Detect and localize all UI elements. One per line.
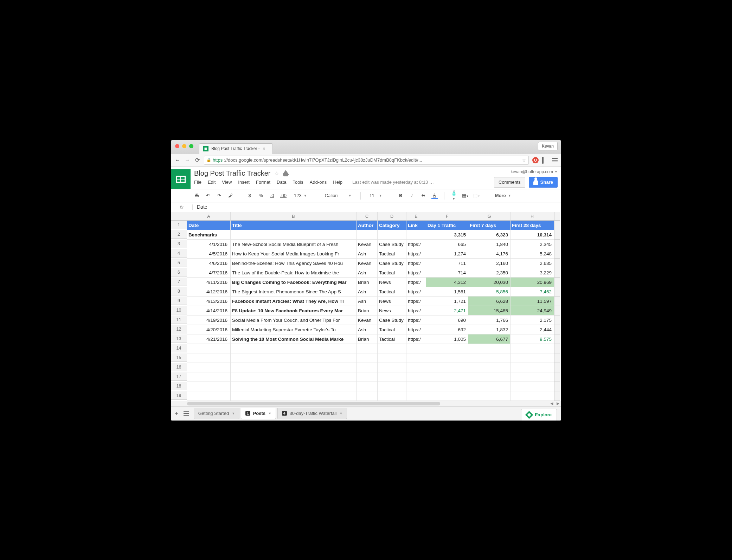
sheet-tab[interactable]: 1Posts▼	[241, 408, 276, 419]
cell[interactable]: 6,628	[468, 297, 511, 306]
cell[interactable]: Ash	[357, 325, 378, 334]
cell[interactable]	[357, 372, 378, 382]
cell[interactable]	[426, 391, 468, 401]
cell[interactable]: First 28 days	[511, 221, 554, 230]
text-color-button[interactable]: A	[431, 193, 438, 199]
cell[interactable]: The Law of the Double-Peak: How to Maxim…	[231, 268, 357, 278]
cell[interactable]: Case Study	[378, 240, 406, 249]
strike-button[interactable]: S	[420, 193, 426, 198]
cell[interactable]	[187, 353, 231, 363]
row-header[interactable]: 17	[171, 372, 187, 381]
menu-addons[interactable]: Add-ons	[310, 180, 327, 185]
redo-icon[interactable]: ↷	[216, 193, 222, 198]
cell[interactable]	[378, 382, 406, 391]
cell[interactable]: The New-School Social Media Blueprint of…	[231, 240, 357, 249]
cell[interactable]	[231, 372, 357, 382]
cell[interactable]	[426, 353, 468, 363]
cell[interactable]	[378, 372, 406, 382]
cell[interactable]	[187, 344, 231, 353]
cell[interactable]: 10,314	[511, 230, 554, 240]
cell[interactable]: 4/11/2016	[187, 278, 231, 287]
cell[interactable]: Brian	[357, 306, 378, 315]
cell[interactable]	[357, 382, 378, 391]
cell[interactable]	[231, 353, 357, 363]
cell[interactable]	[426, 382, 468, 391]
cell[interactable]	[231, 230, 357, 240]
menu-tools[interactable]: Tools	[293, 180, 303, 185]
back-button[interactable]: ←	[174, 157, 181, 163]
cell[interactable]: 11,597	[511, 297, 554, 306]
cell[interactable]	[357, 344, 378, 353]
cell[interactable]	[231, 344, 357, 353]
cell[interactable]: https:/	[406, 278, 426, 287]
cell[interactable]: 2,175	[511, 315, 554, 325]
font-family-select[interactable]: Calibri▼	[322, 192, 354, 199]
font-size-select[interactable]: 11▼	[367, 192, 385, 199]
document-title[interactable]: Blog Post Traffic Tracker	[194, 169, 271, 177]
cell[interactable]: 3,315	[426, 230, 468, 240]
cell[interactable]: 1,005	[426, 334, 468, 344]
cell[interactable]: 690	[426, 315, 468, 325]
bookmark-icon[interactable]: ☆	[522, 157, 526, 163]
increase-decimal-button[interactable]: .00	[280, 193, 287, 198]
cell[interactable]: https:/	[406, 268, 426, 278]
cell[interactable]: Ash	[357, 249, 378, 259]
cell[interactable]: 1,274	[426, 249, 468, 259]
move-to-drive-icon[interactable]	[283, 170, 289, 176]
cell[interactable]: 1,766	[468, 315, 511, 325]
all-sheets-button[interactable]	[184, 411, 189, 416]
minimize-window-button[interactable]	[182, 144, 186, 148]
cell[interactable]: https:/	[406, 249, 426, 259]
cell[interactable]: 24,949	[511, 306, 554, 315]
percent-button[interactable]: %	[258, 193, 264, 198]
row-header[interactable]: 12	[171, 325, 187, 333]
menu-file[interactable]: File	[194, 180, 201, 185]
cell[interactable]: News	[378, 306, 406, 315]
row-header[interactable]: 1	[171, 221, 187, 229]
cell[interactable]: Case Study	[378, 315, 406, 325]
sheet-tab[interactable]: Getting Started▼	[194, 408, 239, 419]
row-header[interactable]: 2	[171, 230, 187, 239]
cell[interactable]	[187, 363, 231, 372]
cell[interactable]: 4/12/2016	[187, 287, 231, 297]
cell[interactable]	[426, 372, 468, 382]
cell[interactable]: 3,229	[511, 268, 554, 278]
cell[interactable]: 2,471	[426, 306, 468, 315]
cell[interactable]	[406, 372, 426, 382]
cell[interactable]	[187, 382, 231, 391]
cell[interactable]: 1,840	[468, 240, 511, 249]
row-header[interactable]: 5	[171, 259, 187, 267]
cell[interactable]: Brian	[357, 278, 378, 287]
cell[interactable]: https:/	[406, 315, 426, 325]
cell[interactable]: 2,444	[511, 325, 554, 334]
cell[interactable]: Ash	[357, 287, 378, 297]
account-menu[interactable]: kevan@bufferapp.com ▼	[511, 169, 558, 174]
cell[interactable]: Catagory	[378, 221, 406, 230]
column-header[interactable]: C	[357, 212, 378, 221]
merge-button[interactable]: ⬚▼	[473, 193, 480, 198]
print-icon[interactable]: 🖶	[193, 193, 200, 198]
paint-format-icon[interactable]: 🖌	[227, 193, 233, 198]
cell[interactable]	[406, 382, 426, 391]
cell[interactable]: 2,345	[511, 240, 554, 249]
cell[interactable]	[468, 363, 511, 372]
row-header[interactable]: 7	[171, 278, 187, 286]
cell[interactable]: Day 1 Traffic	[426, 221, 468, 230]
cell[interactable]: Behind-the-Scenes: How This Agency Saves…	[231, 259, 357, 268]
cell[interactable]: 9,575	[511, 334, 554, 344]
cell[interactable]: 4,176	[468, 249, 511, 259]
cell[interactable]: 1,561	[426, 287, 468, 297]
comments-button[interactable]: Comments	[494, 177, 525, 188]
cell[interactable]	[426, 363, 468, 372]
column-header[interactable]: A	[187, 212, 231, 221]
cell[interactable]: Kevan	[357, 240, 378, 249]
column-header[interactable]: B	[231, 212, 357, 221]
cell[interactable]: 15,485	[468, 306, 511, 315]
cell[interactable]	[231, 382, 357, 391]
cell[interactable]	[357, 391, 378, 401]
star-document-icon[interactable]: ☆	[274, 170, 279, 177]
more-tools-button[interactable]: More▼	[493, 192, 514, 199]
undo-icon[interactable]: ↶	[205, 193, 211, 198]
row-header[interactable]: 11	[171, 315, 187, 324]
sheets-logo[interactable]	[171, 169, 191, 189]
